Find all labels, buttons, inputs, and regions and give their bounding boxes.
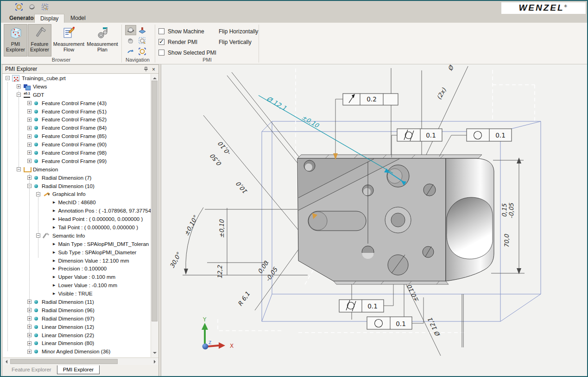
expand-icon[interactable]: +: [27, 151, 32, 155]
tree-item[interactable]: −±0.1GDT: [3, 91, 151, 99]
tree-item[interactable]: ▶Sub Type : SPAlopPMI_Diameter: [3, 248, 151, 257]
tree-horizontal-scrollbar[interactable]: [3, 358, 158, 365]
collapse-icon[interactable]: −: [17, 93, 21, 97]
tab-model[interactable]: Model: [65, 14, 91, 23]
expand-icon[interactable]: +: [27, 176, 32, 180]
flip-horizontally-button[interactable]: Flip Horizontally: [219, 26, 258, 37]
pmi-explorer-button[interactable]: PMIExplorer: [4, 24, 27, 57]
tree-item[interactable]: +Views: [3, 82, 151, 91]
expand-icon[interactable]: +: [27, 143, 32, 147]
tree-item[interactable]: ▶Precision : 0.100000: [3, 264, 151, 273]
dim-122[interactable]: 12,2: [216, 265, 223, 279]
tree-item[interactable]: +Feature Control Frame (98): [3, 149, 151, 157]
tree-item[interactable]: +Radial Dimension (11): [3, 298, 151, 306]
expand-icon[interactable]: +: [17, 84, 21, 88]
feature-explorer-button[interactable]: FeatureExplorer: [28, 24, 51, 57]
tree-item[interactable]: +Radial Dimension (97): [3, 314, 151, 323]
tree-item[interactable]: +Feature Control Frame (84): [3, 124, 151, 132]
tree-item[interactable]: +Minor Angled Dimension (36): [3, 347, 151, 356]
expand-icon[interactable]: +: [27, 300, 32, 304]
zoom-window-icon[interactable]: [41, 3, 49, 11]
tree-item[interactable]: ▶Upper Value : 0.100 mm: [3, 273, 151, 281]
tree-item[interactable]: ▶Head Point : ( 0.000000, 0.000000 ): [3, 215, 151, 223]
zoom-all-icon[interactable]: [137, 46, 148, 57]
checkbox-render-pmi[interactable]: ✓ Render PMI: [158, 37, 216, 47]
dim-angle-tol[interactable]: ±0,10°: [183, 214, 199, 237]
rotate-view-icon[interactable]: [28, 3, 36, 11]
tree-item[interactable]: +Feature Control Frame (43): [3, 99, 151, 107]
tree-item[interactable]: −Graphical Info: [3, 190, 151, 198]
expand-icon[interactable]: +: [27, 333, 32, 337]
expand-icon[interactable]: +: [27, 159, 32, 163]
dim-m005[interactable]: -0,05: [508, 203, 515, 219]
dim-100[interactable]: 10,0: [234, 180, 249, 195]
pan-hand-icon[interactable]: [125, 36, 136, 46]
view-plane-icon[interactable]: [137, 25, 148, 35]
tree-item[interactable]: +Feature Control Frame (90): [3, 140, 151, 149]
measurement-plan-button[interactable]: MeasurementPlan: [86, 24, 119, 57]
checkbox-show-selected-pmi[interactable]: Show Selected PMI: [158, 47, 216, 58]
collapse-icon[interactable]: −: [27, 184, 32, 188]
previous-view-icon[interactable]: [125, 46, 136, 57]
tree-item[interactable]: −Dimension: [3, 165, 151, 174]
fcf-cyl-bottom-value[interactable]: 0.1: [367, 302, 377, 310]
dim-angle[interactable]: 30,0°: [168, 251, 183, 270]
tree-item[interactable]: −Semantic Info: [3, 232, 151, 240]
tree-item[interactable]: +Radial Dimension (96): [3, 306, 151, 314]
checkbox-show-machine[interactable]: Show Machine: [158, 26, 216, 37]
expand-icon[interactable]: +: [27, 308, 32, 312]
cad-scene[interactable]: 0.2 0.1 0.1 0.1 0.1 -0,10 0,50 10,0 ±0,1…: [161, 64, 587, 376]
part-top-face[interactable]: [297, 155, 482, 158]
expand-icon[interactable]: +: [27, 101, 32, 105]
collapse-icon[interactable]: −: [36, 233, 40, 238]
expand-icon[interactable]: +: [27, 316, 32, 320]
collapse-icon[interactable]: −: [17, 167, 21, 171]
dim-050[interactable]: 0,50: [209, 152, 223, 168]
tree-item[interactable]: −Radial Dimension (10): [3, 182, 151, 190]
expand-icon[interactable]: +: [27, 126, 32, 130]
expand-icon[interactable]: +: [27, 118, 32, 122]
tab-pmi-explorer[interactable]: PMI Explorer: [57, 365, 100, 374]
dim-bottom-tol[interactable]: ±0,10: [405, 283, 420, 303]
dim-bottom-dia[interactable]: Ø 12,1: [426, 317, 441, 338]
counterbore-inner[interactable]: [391, 213, 405, 227]
expand-icon[interactable]: +: [27, 325, 32, 329]
dim-2x[interactable]: (2x): [436, 87, 448, 101]
tree-item[interactable]: ▶Dimension Value : 12.100 mm: [3, 257, 151, 265]
tree-item[interactable]: −Trainings_cube.prt: [3, 74, 151, 82]
tree-item[interactable]: +Radial Dimension (7): [3, 174, 151, 182]
orbit-rotate-icon[interactable]: [125, 25, 136, 35]
collapse-icon[interactable]: −: [6, 76, 10, 80]
dim-radius[interactable]: R 6,1: [236, 290, 251, 307]
collapse-icon[interactable]: −: [36, 192, 40, 196]
tree-item[interactable]: ▶Tail Point : ( 0.000000, 0.000000 ): [3, 223, 151, 232]
expand-icon[interactable]: +: [27, 109, 32, 113]
tree-item[interactable]: +Feature Control Frame (85): [3, 132, 151, 140]
tree-item[interactable]: ▶Annotation Pos : ( -1.078968, 97.37754: [3, 207, 151, 215]
scrollbar-thumb[interactable]: [10, 359, 118, 364]
tree-item[interactable]: +Feature Control Frame (52): [3, 115, 151, 124]
dim-700[interactable]: 70,0: [503, 233, 510, 248]
expand-icon[interactable]: +: [27, 350, 32, 354]
tree-item[interactable]: ▶MechID : 48680: [3, 198, 151, 207]
cylinder-cutout[interactable]: [447, 197, 493, 259]
hole-bottom-center[interactable]: [388, 255, 408, 275]
part[interactable]: [297, 155, 494, 284]
dim-015[interactable]: 0,15: [501, 203, 508, 217]
dim-vtol[interactable]: ±0,10: [218, 219, 225, 238]
fcf-cylindricity-bottom[interactable]: [339, 284, 393, 312]
tree-item[interactable]: ▶Main Type : SPAlopPMI_DMT_Toleran: [3, 240, 151, 248]
dim-dia-symbol[interactable]: Ø: [447, 64, 455, 72]
tab-display[interactable]: Display: [34, 14, 64, 23]
flip-vertically-button[interactable]: Flip Vertically: [219, 37, 258, 47]
expand-icon[interactable]: +: [27, 134, 32, 138]
tree-item[interactable]: +Linear Dimension (80): [3, 339, 151, 348]
fcf-circ-top-value[interactable]: 0.1: [495, 132, 505, 139]
fcf-circ-bottom-value[interactable]: 0.1: [396, 320, 405, 327]
checkbox-box[interactable]: [158, 50, 164, 56]
dim-050-tol[interactable]: -0,10: [216, 140, 232, 157]
zoom-fit-icon[interactable]: [15, 3, 23, 11]
expand-icon[interactable]: +: [27, 341, 32, 346]
checkbox-box[interactable]: [158, 28, 164, 34]
selected-dim-diameter[interactable]: Ø 12,1: [266, 95, 288, 112]
